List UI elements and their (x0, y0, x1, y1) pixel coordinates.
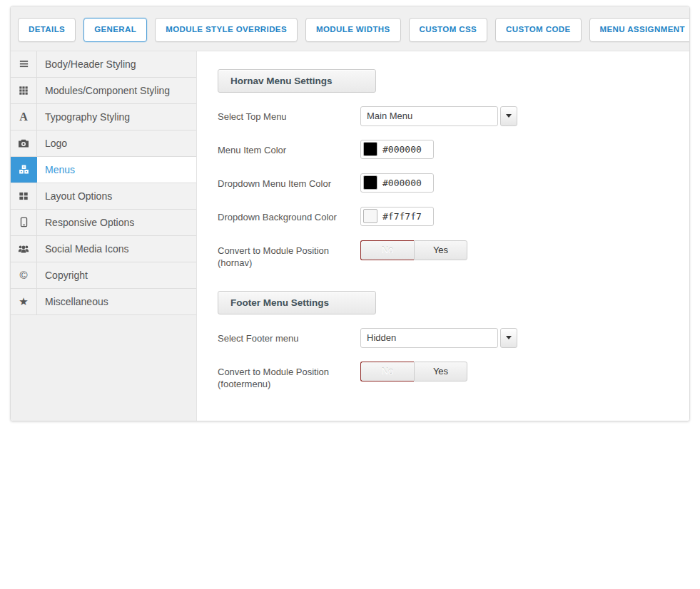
sidebar-item-copyright[interactable]: © Copyright (11, 262, 196, 289)
tab-module-widths[interactable]: MODULE WIDTHS (305, 18, 401, 42)
convert-footermenu-yes-button[interactable]: Yes (414, 362, 467, 381)
sidebar-item-label: Modules/Component Styling (37, 78, 196, 103)
dropdown-menu-item-color-row: Dropdown Menu Item Color #000000 (218, 173, 675, 193)
sidebar-item-label: Layout Options (37, 183, 196, 209)
sidebar-item-typography-styling[interactable]: A Typography Styling (11, 104, 196, 130)
cubes-icon (11, 157, 37, 183)
sidebar-item-menus[interactable]: Menus (11, 157, 196, 183)
hornav-menu-settings-header: Hornav Menu Settings (218, 69, 376, 93)
settings-sidebar: Body/Header Styling Modules/Component St… (11, 51, 197, 422)
color-swatch (363, 209, 377, 223)
tab-bar: DETAILS GENERAL MODULE STYLE OVERRIDES M… (11, 6, 689, 51)
hex-value: #000000 (382, 178, 422, 188)
convert-hornav-toggle: No Yes (360, 240, 467, 260)
select-footer-menu-label: Select Footer menu (218, 328, 360, 348)
select-footer-menu-dropdown[interactable]: Hidden (360, 328, 498, 348)
tab-module-style-overrides[interactable]: MODULE STYLE OVERRIDES (155, 18, 298, 42)
layout-grid-icon (11, 183, 37, 209)
grid-icon (11, 78, 37, 103)
tab-custom-css[interactable]: CUSTOM CSS (409, 18, 487, 42)
footer-menu-settings-header: Footer Menu Settings (218, 291, 376, 314)
sidebar-item-label: Menus (37, 157, 196, 183)
camera-icon (11, 130, 37, 156)
tab-general[interactable]: GENERAL (83, 18, 147, 42)
convert-hornav-row: Convert to Module Position (hornav) No Y… (218, 240, 675, 269)
chevron-down-icon (506, 336, 512, 339)
convert-footermenu-label: Convert to Module Position (footermenu) (218, 362, 360, 390)
sidebar-item-label: Responsive Options (37, 210, 196, 235)
dropdown-menu-item-color-label: Dropdown Menu Item Color (218, 173, 360, 193)
dropdown-background-color-row: Dropdown Background Color #f7f7f7 (218, 207, 675, 227)
tab-menu-assignment[interactable]: MENU ASSIGNMENT (589, 18, 690, 42)
sidebar-item-responsive-options[interactable]: Responsive Options (11, 210, 196, 236)
color-swatch (363, 142, 377, 156)
convert-footermenu-no-button[interactable]: No (360, 362, 414, 381)
hex-value: #f7f7f7 (382, 211, 422, 222)
copyright-icon: © (11, 262, 37, 288)
star-icon: ★ (11, 289, 37, 314)
color-swatch (363, 175, 377, 190)
sidebar-item-logo[interactable]: Logo (11, 130, 196, 157)
convert-hornav-label: Convert to Module Position (hornav) (218, 240, 360, 269)
sidebar-item-miscellaneous[interactable]: ★ Miscellaneous (11, 289, 196, 315)
tab-details[interactable]: DETAILS (18, 18, 76, 42)
menu-bars-icon (11, 51, 37, 77)
sidebar-item-label: Copyright (37, 262, 196, 288)
typography-a-icon: A (11, 104, 37, 130)
chevron-down-icon (506, 114, 512, 118)
menu-item-color-input[interactable]: #000000 (360, 140, 434, 159)
tab-custom-code[interactable]: CUSTOM CODE (495, 18, 581, 42)
convert-footermenu-toggle: No Yes (360, 362, 467, 381)
settings-panel: DETAILS GENERAL MODULE STYLE OVERRIDES M… (10, 6, 690, 421)
convert-hornav-yes-button[interactable]: Yes (414, 240, 467, 260)
mobile-icon (11, 210, 37, 235)
sidebar-item-label: Typography Styling (37, 104, 196, 130)
template-settings-page: DETAILS GENERAL MODULE STYLE OVERRIDES M… (0, 0, 700, 589)
convert-hornav-no-button[interactable]: No (360, 240, 414, 260)
select-top-menu-dropdown[interactable]: Main Menu (360, 106, 498, 126)
sidebar-item-label: Logo (37, 130, 196, 156)
select-top-menu-caret-button[interactable] (500, 106, 517, 126)
select-top-menu-row: Select Top Menu Main Menu (218, 106, 675, 126)
sidebar-item-label: Social Media Icons (37, 236, 196, 262)
sidebar-item-layout-options[interactable]: Layout Options (11, 183, 196, 210)
sidebar-item-label: Body/Header Styling (37, 51, 196, 77)
settings-content: Hornav Menu Settings Select Top Menu Mai… (197, 51, 689, 422)
users-icon (11, 236, 37, 262)
dropdown-background-color-input[interactable]: #f7f7f7 (360, 207, 434, 226)
convert-footermenu-row: Convert to Module Position (footermenu) … (218, 362, 675, 390)
sidebar-item-modules-component-styling[interactable]: Modules/Component Styling (11, 78, 196, 104)
select-top-menu-label: Select Top Menu (218, 106, 360, 126)
select-footer-menu-row: Select Footer menu Hidden (218, 328, 675, 348)
menu-item-color-row: Menu Item Color #000000 (218, 140, 675, 160)
dropdown-background-color-label: Dropdown Background Color (218, 207, 360, 227)
sidebar-item-body-header-styling[interactable]: Body/Header Styling (11, 51, 196, 78)
dropdown-menu-item-color-input[interactable]: #000000 (360, 173, 434, 193)
hex-value: #000000 (382, 144, 422, 155)
select-footer-menu-caret-button[interactable] (500, 328, 517, 348)
sidebar-item-label: Miscellaneous (37, 289, 196, 314)
sidebar-item-social-media-icons[interactable]: Social Media Icons (11, 236, 196, 262)
menu-item-color-label: Menu Item Color (218, 140, 360, 160)
